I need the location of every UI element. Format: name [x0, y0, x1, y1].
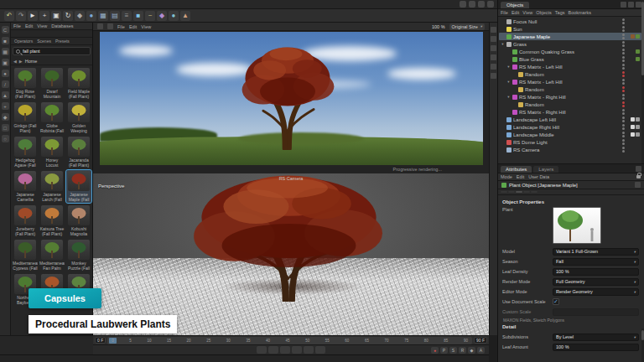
material-tag[interactable]	[631, 34, 635, 39]
visibility-dots[interactable]	[622, 79, 625, 85]
object-row[interactable]: ▾ RS Matrix - Right Hill	[499, 108, 641, 116]
edges-mode-icon[interactable]: /	[2, 80, 9, 88]
object-row[interactable]: ▾ Random	[499, 101, 641, 108]
asset-search-input[interactable]: fall plant	[13, 47, 91, 55]
asset-item[interactable]: Jacaranda (Fall Plant)	[66, 136, 91, 168]
object-row[interactable]: ▾ RS Matrix - Right Hill	[499, 93, 641, 101]
keyframe-position-icon[interactable]: P	[440, 347, 448, 354]
object-manager-menu-item[interactable]: Tags	[555, 10, 565, 15]
asset-item[interactable]: Monkey Puzzle (Fall Plant)	[66, 239, 91, 272]
visibility-dots[interactable]	[622, 18, 625, 24]
object-row[interactable]: ▾ Landscape Left Hill	[499, 116, 641, 123]
use-document-scale-checkbox[interactable]: ✓	[553, 298, 559, 305]
back-icon[interactable]: ◀	[13, 59, 17, 64]
snapping-icon[interactable]: ◆	[2, 113, 9, 121]
attribute-value-field[interactable]: Render Geometry ▾	[553, 288, 639, 296]
previous-key-button[interactable]	[268, 346, 278, 354]
attribute-menu-item[interactable]: Mode	[501, 174, 512, 179]
console-dock-icon[interactable]	[491, 73, 496, 79]
asset-item[interactable]: Katsura Tree (Fall Plant)	[39, 204, 65, 237]
asset-menu-item[interactable]: Databases	[51, 23, 73, 28]
perspective-viewport[interactable]: RS Camera Perspective	[93, 173, 489, 335]
fit-mode-dropdown[interactable]: Original Size ▾	[449, 23, 485, 30]
autokey-button[interactable]: A	[477, 347, 485, 354]
zoom-level[interactable]: 100 %	[432, 24, 445, 29]
visibility-dots[interactable]	[622, 124, 625, 130]
ipr-toggle-icon[interactable]	[107, 23, 113, 29]
asset-item[interactable]: Kobushi Magnolia (Fall Plant)	[66, 204, 91, 237]
timeline-ruler[interactable]: 051015202530354045505560657075808590	[107, 337, 472, 344]
expand-arrow-icon[interactable]: ▾	[506, 65, 511, 69]
render-view-menu-item[interactable]: View	[141, 24, 151, 29]
render-view-menu-item[interactable]: File	[117, 24, 125, 29]
move-tool-icon[interactable]: +	[39, 11, 49, 21]
asset-item[interactable]: Mediterranean Cypress (Fall Plant)	[13, 239, 38, 272]
visibility-dots[interactable]	[622, 49, 625, 54]
visibility-dots[interactable]	[622, 116, 625, 122]
object-row[interactable]: ▾ Common Quaking Grass	[499, 48, 641, 55]
asset-item[interactable]: Juneberry (Fall Plant)	[13, 204, 38, 237]
asset-filter-chip[interactable]: Presets	[54, 39, 71, 44]
object-manager-menu-item[interactable]: File	[501, 10, 508, 15]
render-view-menu-item[interactable]: Edit	[129, 24, 137, 29]
enable-axis-icon[interactable]: +	[2, 102, 9, 110]
lock-icon[interactable]	[636, 175, 641, 178]
breadcrumb[interactable]: Home	[25, 59, 38, 64]
object-row[interactable]: ▾ RS Matrix - Left Hill	[499, 63, 641, 70]
workplane-lock-icon[interactable]: □	[2, 124, 9, 132]
attribute-tab-chip[interactable]	[531, 191, 538, 193]
last-tool-icon[interactable]: ◆	[75, 11, 85, 21]
asset-item[interactable]: Japanese Maple (Fall Plant)	[66, 170, 91, 203]
forward-icon[interactable]: ▶	[19, 59, 23, 64]
texture-mode-icon[interactable]: ▦	[2, 48, 9, 55]
attribute-tab-chip[interactable]	[516, 191, 522, 193]
asset-item[interactable]: Ginkgo (Fall Plant)	[13, 101, 38, 134]
snapshot-icon[interactable]	[97, 23, 103, 29]
goto-end-button[interactable]	[315, 346, 325, 354]
render-view-icon[interactable]: ▦	[98, 11, 108, 21]
asset-item[interactable]: Japanese Larch (Fall Plant)	[39, 170, 65, 203]
visibility-dots[interactable]	[622, 34, 625, 39]
object-row[interactable]: ▾ Landscape Middle	[499, 131, 641, 138]
object-row[interactable]: ▾ Landscape Right Hill	[499, 123, 641, 131]
visibility-dots[interactable]	[622, 41, 625, 47]
attribute-menu-item[interactable]: User Data	[528, 174, 549, 179]
expand-arrow-icon[interactable]: ▾	[506, 80, 511, 84]
record-button[interactable]: ●	[431, 347, 439, 354]
visibility-dots[interactable]	[622, 132, 625, 137]
add-primitive-icon[interactable]: ■	[133, 11, 143, 21]
attribute-value-field[interactable]: Fall ▾	[553, 258, 639, 266]
asset-menu-item[interactable]: Edit	[25, 23, 33, 28]
coordinates-dock-icon[interactable]	[491, 36, 496, 42]
asset-dock-icon[interactable]	[491, 54, 496, 60]
simulation-icon[interactable]: ▲	[180, 11, 190, 21]
asset-filter-chip[interactable]: Operators	[13, 39, 34, 44]
points-mode-icon[interactable]: ●	[2, 70, 9, 77]
material-tag[interactable]	[636, 34, 640, 39]
object-row[interactable]: ▾ Sun	[499, 25, 641, 33]
tab-objects[interactable]: Objects	[501, 2, 529, 8]
previous-frame-button[interactable]	[280, 346, 290, 354]
search-icon[interactable]	[460, 1, 466, 8]
expand-arrow-icon[interactable]: ▾	[501, 42, 505, 46]
asset-item[interactable]: Mediterranean Fan Palm (Fall Plant)	[39, 239, 65, 272]
objects-dock-icon[interactable]	[491, 27, 496, 33]
visibility-dots[interactable]	[622, 86, 625, 92]
model-mode-icon[interactable]: ■	[2, 37, 9, 44]
polygons-mode-icon[interactable]: ▲	[2, 91, 9, 99]
visibility-dots[interactable]	[622, 56, 625, 62]
visibility-dots[interactable]	[622, 64, 625, 70]
end-frame-field[interactable]: 90 F	[474, 337, 487, 344]
visibility-dots[interactable]	[622, 26, 625, 32]
object-manager-menu-item[interactable]: Edit	[512, 10, 519, 15]
render-picture-viewer-icon[interactable]: ▤	[110, 11, 120, 21]
asset-item[interactable]: Field Maple (Fall Plant)	[66, 67, 91, 100]
visibility-dots[interactable]	[622, 71, 625, 77]
object-row[interactable]: ▾ RS Dome Light	[499, 138, 641, 146]
asset-item[interactable]: Hedgehog Agave (Fall Plant)	[13, 136, 38, 168]
asset-menu-item[interactable]: File	[13, 23, 21, 28]
expand-arrow-icon[interactable]: ▾	[506, 95, 511, 99]
custom-scale-field[interactable]	[553, 308, 639, 316]
plant-preview-image[interactable]	[553, 207, 601, 244]
asset-menu-item[interactable]: View	[37, 23, 47, 28]
